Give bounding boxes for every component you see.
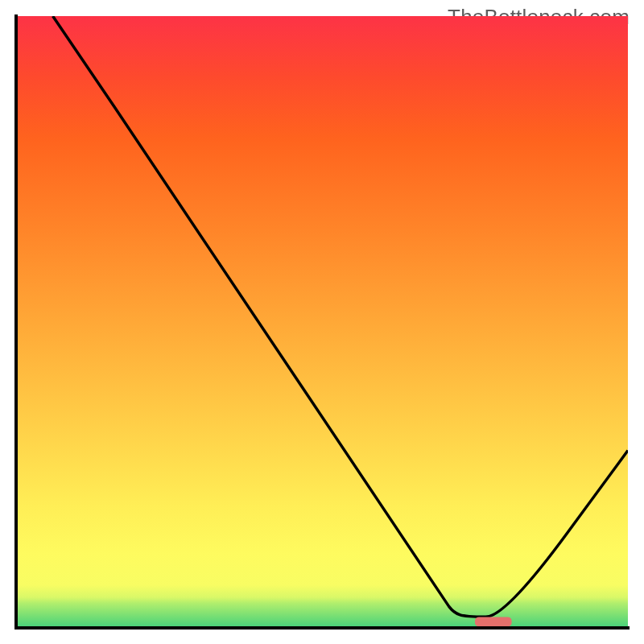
bottleneck-chart <box>14 14 630 630</box>
chart-background <box>16 16 628 628</box>
optimal-range-marker <box>475 617 512 626</box>
chart-svg <box>14 14 630 630</box>
